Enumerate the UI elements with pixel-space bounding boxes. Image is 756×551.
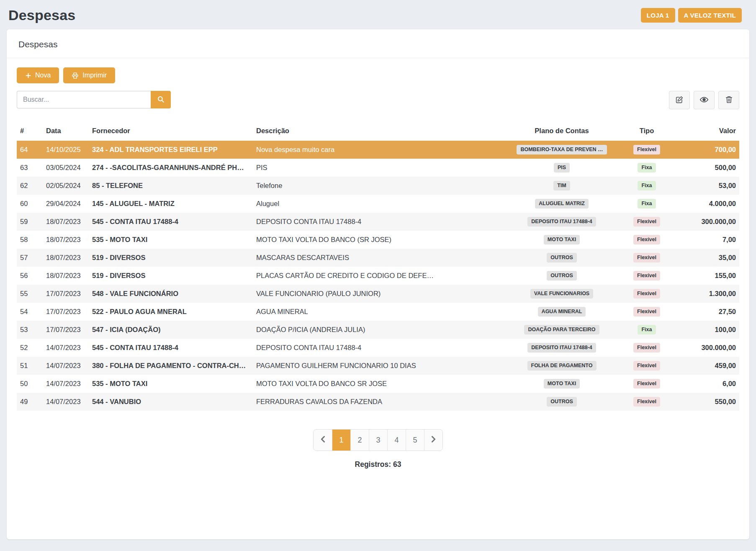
expense-row[interactable]: 6029/04/2024145 - ALUGUEL - MATRIZAlugue… bbox=[17, 195, 739, 213]
expense-row[interactable]: 5014/07/2023535 - MOTO TAXIMOTO TAXI VOL… bbox=[17, 375, 739, 393]
expense-row[interactable]: 6202/05/202485 - TELEFONETelefoneTIMFixa… bbox=[17, 177, 739, 195]
cell-description: PIS bbox=[253, 159, 506, 177]
delete-button[interactable] bbox=[718, 91, 739, 109]
cell-plan: PIS bbox=[506, 159, 618, 177]
store-button-loja1[interactable]: LOJA 1 bbox=[641, 8, 675, 23]
printer-icon bbox=[72, 72, 79, 79]
cell-value: 459,00 bbox=[676, 357, 739, 375]
pagination-page-2[interactable]: 2 bbox=[350, 430, 369, 451]
cell-type: Flexível bbox=[618, 213, 676, 231]
cell-description: PLACAS CARTÃO DE CREDITO E CODIGO DE DEF… bbox=[253, 267, 506, 285]
cell-plan: TIM bbox=[506, 177, 618, 195]
cell-value: 100,00 bbox=[676, 321, 739, 339]
expense-row[interactable]: 5618/07/2023519 - DIVERSOSPLACAS CARTÃO … bbox=[17, 267, 739, 285]
expense-row[interactable]: 6414/10/2025324 - ADL TRANSPORTES EIRELI… bbox=[17, 141, 739, 159]
cell-date: 14/07/2023 bbox=[43, 393, 89, 411]
plan-badge: DOAÇÃO PARA TERCEIRO bbox=[524, 325, 599, 335]
type-badge: Flexível bbox=[633, 271, 660, 281]
cell-value: 4.000,00 bbox=[676, 195, 739, 213]
expense-row[interactable]: 5918/07/2023545 - CONTA ITAU 17488-4DEPO… bbox=[17, 213, 739, 231]
cell-id: 50 bbox=[17, 375, 43, 393]
type-badge: Flexível bbox=[633, 253, 660, 263]
trash-icon bbox=[725, 95, 733, 105]
cell-supplier: 85 - TELEFONE bbox=[89, 177, 253, 195]
store-button-company[interactable]: A VELOZ TEXTIL bbox=[678, 8, 742, 23]
search-icon bbox=[157, 95, 165, 104]
cell-id: 51 bbox=[17, 357, 43, 375]
pagination-wrap: 12345 bbox=[17, 429, 739, 451]
cell-plan: AGUA MINERAL bbox=[506, 303, 618, 321]
cell-value: 155,00 bbox=[676, 267, 739, 285]
expense-row[interactable]: 5417/07/2023522 - PAULO AGUA MNERALAGUA … bbox=[17, 303, 739, 321]
cell-plan: VALE FUNCIONARIOS bbox=[506, 285, 618, 303]
search-input[interactable] bbox=[17, 91, 151, 108]
cell-plan: DEPOSITO ITAU 17488-4 bbox=[506, 339, 618, 357]
type-badge: Flexível bbox=[633, 235, 660, 245]
cell-supplier: 145 - ALUGUEL - MATRIZ bbox=[89, 195, 253, 213]
col-header-plan: Plano de Contas bbox=[506, 122, 618, 141]
cell-supplier: 519 - DIVERSOS bbox=[89, 267, 253, 285]
edit-button[interactable] bbox=[669, 91, 690, 109]
cell-value: 6,00 bbox=[676, 375, 739, 393]
cell-description: Telefone bbox=[253, 177, 506, 195]
plan-badge: OUTROS bbox=[547, 271, 576, 281]
cell-type: Flexível bbox=[618, 339, 676, 357]
pagination-prev-button[interactable] bbox=[314, 430, 332, 451]
search-button[interactable] bbox=[151, 91, 171, 108]
expense-row[interactable]: 6303/05/2024274 - -SACOLITAS-GARANHUNS-A… bbox=[17, 159, 739, 177]
cell-description: VALE FUNCIONARIO (PAULO JUNIOR) bbox=[253, 285, 506, 303]
expense-row[interactable]: 4914/07/2023544 - VANUBIOFERRADURAS CAVA… bbox=[17, 393, 739, 411]
cell-date: 14/07/2023 bbox=[43, 339, 89, 357]
cell-supplier: 274 - -SACOLITAS-GARANHUNS-ANDRÉ PH… bbox=[89, 159, 253, 177]
cell-value: 700,00 bbox=[676, 141, 739, 159]
page-title: Despesas bbox=[8, 7, 75, 23]
cell-type: Flexível bbox=[618, 231, 676, 249]
new-expense-button[interactable]: Nova bbox=[17, 67, 59, 83]
expense-row[interactable]: 5317/07/2023547 - ICIA (DOAÇÃO)DOAÇÃO P/… bbox=[17, 321, 739, 339]
eye-icon bbox=[699, 95, 709, 106]
expense-row[interactable]: 5517/07/2023548 - VALE FUNCIONÁRIOVALE F… bbox=[17, 285, 739, 303]
type-badge: Flexível bbox=[633, 343, 660, 353]
cell-description: MOTO TAXI VOLTA DO BANCO (SR JOSE) bbox=[253, 231, 506, 249]
cell-plan: OUTROS bbox=[506, 249, 618, 267]
pagination-page-3[interactable]: 3 bbox=[369, 430, 387, 451]
cell-supplier: 545 - CONTA ITAU 17488-4 bbox=[89, 213, 253, 231]
cell-supplier: 380 - FOLHA DE PAGAMENTO - CONTRA-CH… bbox=[89, 357, 253, 375]
cell-value: 500,00 bbox=[676, 159, 739, 177]
cell-date: 02/05/2024 bbox=[43, 177, 89, 195]
type-badge: Fixa bbox=[638, 181, 656, 191]
pagination-next-button[interactable] bbox=[424, 430, 442, 451]
col-header-id: # bbox=[17, 122, 43, 141]
pagination-page-5[interactable]: 5 bbox=[406, 430, 424, 451]
cell-type: Fixa bbox=[618, 195, 676, 213]
pagination-page-1[interactable]: 1 bbox=[332, 430, 350, 451]
cell-supplier: 535 - MOTO TAXI bbox=[89, 231, 253, 249]
cell-type: Flexível bbox=[618, 303, 676, 321]
cell-id: 62 bbox=[17, 177, 43, 195]
plan-badge: ALUGUEL MATRIZ bbox=[535, 199, 589, 209]
new-expense-label: Nova bbox=[35, 72, 51, 79]
cell-id: 56 bbox=[17, 267, 43, 285]
cell-type: Flexível bbox=[618, 249, 676, 267]
expense-row[interactable]: 5214/07/2023545 - CONTA ITAU 17488-4DEPO… bbox=[17, 339, 739, 357]
cell-date: 17/07/2023 bbox=[43, 303, 89, 321]
print-button[interactable]: Imprimir bbox=[63, 67, 115, 83]
cell-plan: DOAÇÃO PARA TERCEIRO bbox=[506, 321, 618, 339]
col-header-date: Data bbox=[43, 122, 89, 141]
records-count: Registros: 63 bbox=[17, 460, 739, 469]
expense-row[interactable]: 5718/07/2023519 - DIVERSOSMASCARAS DESCA… bbox=[17, 249, 739, 267]
cell-id: 53 bbox=[17, 321, 43, 339]
cell-supplier: 324 - ADL TRANSPORTES EIRELI EPP bbox=[89, 141, 253, 159]
cell-date: 17/07/2023 bbox=[43, 285, 89, 303]
type-badge: Flexível bbox=[633, 145, 660, 154]
expense-row[interactable]: 5818/07/2023535 - MOTO TAXIMOTO TAXI VOL… bbox=[17, 231, 739, 249]
expenses-card: Despesas Nova Imprimir bbox=[7, 29, 749, 539]
cell-date: 29/04/2024 bbox=[43, 195, 89, 213]
edit-icon bbox=[675, 95, 684, 105]
pagination-page-4[interactable]: 4 bbox=[387, 430, 406, 451]
expense-row[interactable]: 5114/07/2023380 - FOLHA DE PAGAMENTO - C… bbox=[17, 357, 739, 375]
cell-description: DEPOSITO CONTA ITAU 17488-4 bbox=[253, 339, 506, 357]
print-label: Imprimir bbox=[82, 72, 107, 79]
view-button[interactable] bbox=[694, 91, 715, 109]
cell-id: 54 bbox=[17, 303, 43, 321]
